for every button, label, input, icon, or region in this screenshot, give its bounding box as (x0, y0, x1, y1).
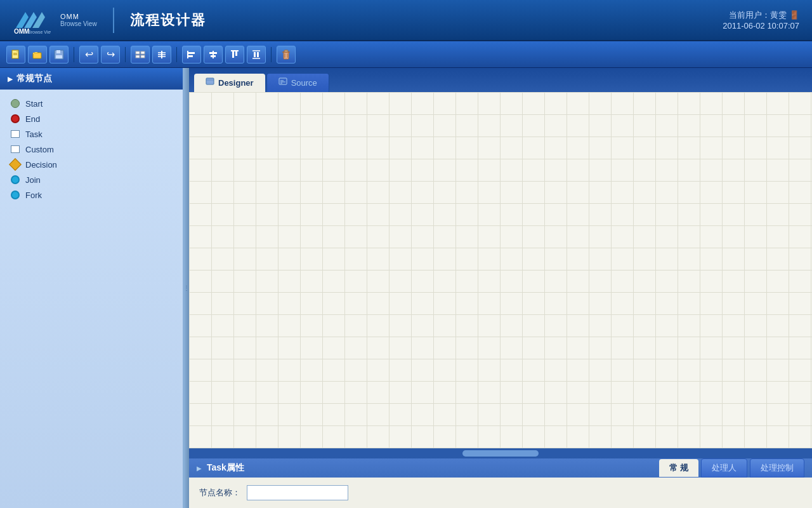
end-node-icon (10, 114, 20, 124)
prop-tab-control[interactable]: 处理控制 (750, 458, 804, 478)
svg-rect-13 (136, 51, 140, 54)
logo-omm: OMM (60, 13, 97, 20)
main: ▶ 常规节点 Start End Task Custom Decisio (0, 68, 812, 508)
datetime: 2011-06-02 10:07:07 (723, 21, 799, 30)
properties-tabs: 常 规 处理人 处理控制 (652, 458, 812, 478)
designer-tab-icon (206, 77, 214, 88)
svg-rect-37 (284, 52, 289, 59)
svg-rect-9 (33, 53, 41, 58)
properties-content: 节点名称： (189, 478, 812, 508)
svg-rect-32 (235, 51, 237, 56)
header: OMM Browse View OMM Browse View 流程设计器 当前… (0, 0, 812, 41)
node-item-fork[interactable]: Fork (5, 187, 178, 203)
node-label-custom: Custom (25, 145, 54, 154)
node-label-join: Join (25, 175, 41, 185)
sidebar-arrow-icon: ▶ (8, 76, 13, 83)
node-name-label: 节点名称： (199, 487, 240, 498)
logo-area: OMM Browse View OMM Browse View 流程设计器 (13, 6, 206, 34)
align-left-button[interactable] (182, 46, 201, 64)
node-item-custom[interactable]: Custom (5, 142, 178, 157)
open-button[interactable] (28, 46, 47, 64)
layout1-button[interactable] (131, 46, 150, 64)
sidebar-title: 常规节点 (16, 73, 52, 84)
properties-arrow-icon: ▶ (197, 465, 202, 472)
undo-button[interactable]: ↩ (79, 46, 98, 64)
delete-button[interactable] (277, 46, 296, 64)
align-distribute-button[interactable] (247, 46, 266, 64)
node-item-decision[interactable]: Decision (5, 157, 178, 172)
logout-icon[interactable]: 🚪 (789, 10, 799, 20)
node-item-start[interactable]: Start (5, 96, 178, 111)
svg-rect-15 (136, 55, 140, 58)
sidebar-header: ▶ 常规节点 (0, 68, 183, 90)
svg-text:OMM: OMM (14, 28, 29, 34)
svg-rect-39 (284, 50, 288, 52)
undo-icon: ↩ (85, 48, 93, 60)
start-node-icon (10, 98, 20, 109)
tab-designer[interactable]: Designer (194, 74, 265, 92)
svg-text:Browse View: Browse View (28, 30, 51, 34)
toolbar: ↩ ↪ (0, 41, 812, 68)
properties-header: ▶ Task属性 (189, 458, 252, 478)
new-button[interactable] (6, 46, 25, 64)
source-tab-icon (278, 77, 287, 88)
sidebar: ▶ 常规节点 Start End Task Custom Decisio (0, 68, 184, 508)
user-label: 当前用户：黄雯 🚪 (723, 10, 799, 21)
prop-tab-normal[interactable]: 常 规 (659, 459, 698, 477)
svg-rect-42 (206, 78, 214, 84)
svg-rect-26 (188, 55, 193, 57)
horizontal-scrollbar[interactable] (189, 448, 812, 458)
prop-tab-handler[interactable]: 处理人 (701, 458, 747, 478)
svg-rect-31 (232, 51, 234, 58)
node-label-fork: Fork (25, 190, 42, 200)
node-label-decision: Decision (25, 160, 57, 170)
svg-rect-28 (209, 52, 217, 54)
design-canvas[interactable] (189, 92, 812, 448)
svg-rect-44 (279, 78, 287, 84)
svg-rect-35 (254, 52, 256, 57)
custom-node-icon (10, 144, 20, 154)
properties-panel: ▶ Task属性 常 规 处理人 处理控制 节点名称： (189, 458, 812, 508)
sep2 (125, 47, 126, 62)
align-top-button[interactable] (225, 46, 244, 64)
sep4 (271, 47, 272, 62)
svg-rect-12 (56, 55, 62, 58)
redo-icon: ↪ (107, 48, 115, 60)
tab-source[interactable]: Source (266, 73, 329, 92)
grid-canvas (189, 92, 812, 448)
user-info: 当前用户：黄雯 🚪 2011-06-02 10:07:07 (723, 10, 799, 30)
layout2-button[interactable] (152, 46, 171, 64)
properties-title: Task属性 (207, 462, 244, 474)
scrollbar-thumb[interactable] (462, 450, 539, 457)
fork-node-icon (10, 190, 20, 200)
svg-rect-36 (257, 52, 259, 57)
sep1 (74, 47, 74, 62)
node-label-task: Task (25, 130, 43, 139)
svg-rect-29 (211, 55, 216, 57)
node-item-end[interactable]: End (5, 111, 178, 126)
save-button[interactable] (49, 46, 69, 64)
svg-rect-11 (56, 50, 60, 53)
logo-subtext: Browse View (60, 20, 97, 27)
sep3 (176, 47, 177, 62)
node-name-input[interactable] (247, 485, 348, 500)
tab-source-label: Source (291, 78, 317, 88)
align-center-button[interactable] (204, 46, 223, 64)
resize-handle[interactable]: ⋮ (184, 68, 189, 508)
redo-button[interactable]: ↪ (101, 46, 120, 64)
node-item-join[interactable]: Join (5, 172, 178, 187)
decision-node-icon (10, 159, 20, 170)
task-node-icon (10, 129, 20, 139)
join-node-icon (10, 175, 20, 185)
logo-icon: OMM Browse View (13, 6, 51, 34)
svg-rect-14 (141, 51, 145, 54)
node-label-end: End (25, 114, 40, 124)
canvas-area: Designer Source ▶ Task属性 (189, 68, 812, 508)
tabs-bar: Designer Source (189, 68, 812, 92)
svg-rect-16 (141, 55, 145, 58)
svg-rect-25 (188, 52, 195, 54)
app-title: 流程设计器 (130, 11, 206, 30)
sidebar-items: Start End Task Custom Decision Join (0, 90, 183, 508)
tab-designer-label: Designer (218, 78, 254, 88)
node-item-task[interactable]: Task (5, 126, 178, 142)
